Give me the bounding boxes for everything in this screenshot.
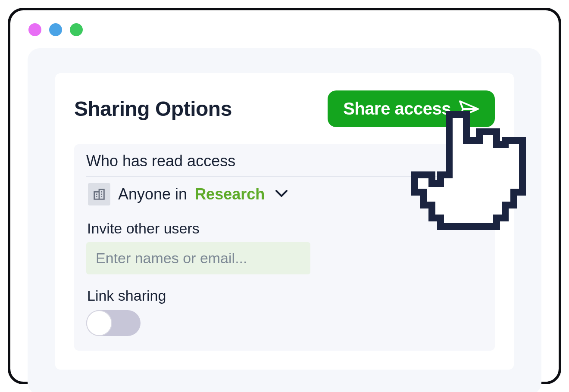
window-zoom-dot[interactable]	[70, 23, 83, 36]
window-close-dot[interactable]	[28, 23, 41, 36]
invite-input[interactable]	[86, 242, 310, 274]
access-prefix: Anyone in	[118, 185, 187, 203]
access-scope-dropdown[interactable]	[272, 187, 291, 202]
window-minimize-dot[interactable]	[49, 23, 62, 36]
invite-label: Invite other users	[87, 220, 483, 237]
card-title: Sharing Options	[74, 97, 232, 121]
app-window: Sharing Options Share access Who has rea…	[8, 8, 561, 384]
organization-icon	[88, 183, 110, 205]
panel: Sharing Options Share access Who has rea…	[28, 48, 541, 392]
share-access-button[interactable]: Share access	[328, 90, 495, 127]
access-section-title: Who has read access	[86, 152, 483, 177]
link-sharing-label: Link sharing	[87, 287, 483, 304]
share-access-button-label: Share access	[343, 99, 451, 118]
access-scope-value: Research	[195, 185, 265, 203]
access-scope-row: Anyone in Research	[86, 177, 483, 218]
card-header: Sharing Options Share access	[74, 90, 495, 127]
window-controls	[10, 10, 559, 36]
sharing-card: Sharing Options Share access Who has rea…	[55, 73, 514, 370]
toggle-knob	[86, 310, 112, 336]
link-sharing-toggle[interactable]	[86, 310, 141, 336]
chevron-down-icon	[275, 189, 288, 199]
send-icon	[459, 100, 479, 118]
access-section: Who has read access Anyone in Research	[74, 144, 495, 351]
link-sharing-block: Link sharing	[86, 287, 483, 336]
